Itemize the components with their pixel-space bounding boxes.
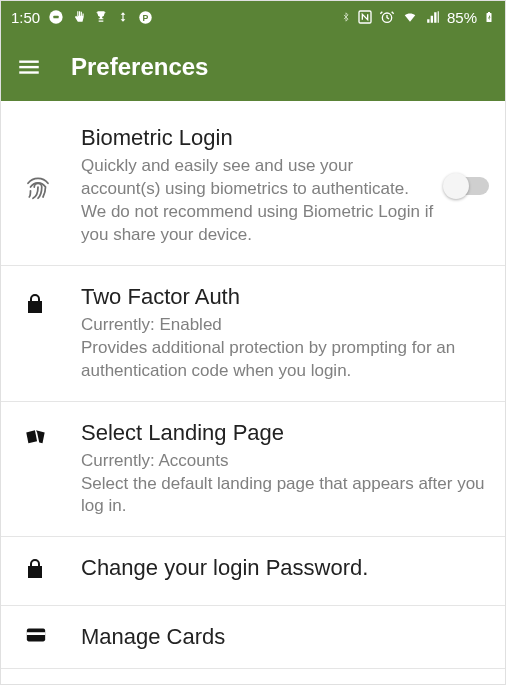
pref-subtitle: Quickly and easily see and use your acco… [81, 155, 435, 247]
svg-rect-7 [19, 66, 39, 68]
status-bar: 1:50 P [1, 1, 505, 33]
status-time: 1:50 [11, 9, 40, 26]
pref-two-factor-auth[interactable]: Two Factor Auth Currently: Enabled Provi… [1, 266, 505, 402]
app-bar: Preferences [1, 33, 505, 101]
pref-change-password[interactable]: Change your login Password. [1, 537, 505, 606]
status-signal-icon [425, 10, 441, 24]
status-parking-icon: P [138, 10, 153, 25]
svg-rect-10 [27, 633, 45, 636]
lock-icon [23, 555, 47, 587]
preferences-list: Biometric Login Quickly and easily see a… [1, 107, 505, 684]
cards-icon [23, 426, 49, 456]
pref-status: Currently: Enabled [81, 314, 489, 337]
pref-landing-page[interactable]: Select Landing Page Currently: Accounts … [1, 402, 505, 538]
lock-icon [23, 290, 47, 322]
status-trophy-icon [94, 10, 108, 24]
pref-title: Change your login Password. [81, 555, 489, 581]
status-notification-icon [48, 9, 64, 25]
pref-status: Currently: Accounts [81, 450, 489, 473]
svg-rect-8 [19, 71, 39, 73]
menu-button[interactable] [15, 53, 43, 81]
pref-title: Select Landing Page [81, 420, 489, 446]
pref-manage-cards[interactable]: Manage Cards [1, 606, 505, 669]
status-battery-text: 85% [447, 9, 477, 26]
pref-title: Biometric Login [81, 125, 435, 151]
svg-rect-6 [19, 61, 39, 63]
credit-card-icon [23, 624, 49, 650]
status-nfc-icon [357, 9, 373, 25]
pref-subtitle: Provides additional protection by prompt… [81, 337, 489, 383]
status-battery-icon [483, 8, 495, 26]
svg-text:P: P [143, 12, 149, 22]
status-hand-icon [72, 10, 86, 24]
page-title: Preferences [71, 53, 208, 81]
pref-title: Manage Cards [81, 624, 489, 650]
svg-rect-1 [54, 16, 59, 19]
screen: 1:50 P [0, 0, 506, 685]
pref-title: Two Factor Auth [81, 284, 489, 310]
fingerprint-icon [23, 172, 53, 206]
hamburger-icon [16, 54, 42, 80]
pref-subtitle: Select the default landing page that app… [81, 473, 489, 519]
pref-biometric-login[interactable]: Biometric Login Quickly and easily see a… [1, 107, 505, 266]
status-alarm-icon [379, 9, 395, 25]
status-bluetooth-icon [341, 9, 351, 25]
biometric-toggle[interactable] [445, 177, 489, 195]
status-sync-icon [116, 10, 130, 24]
status-wifi-icon [401, 10, 419, 24]
